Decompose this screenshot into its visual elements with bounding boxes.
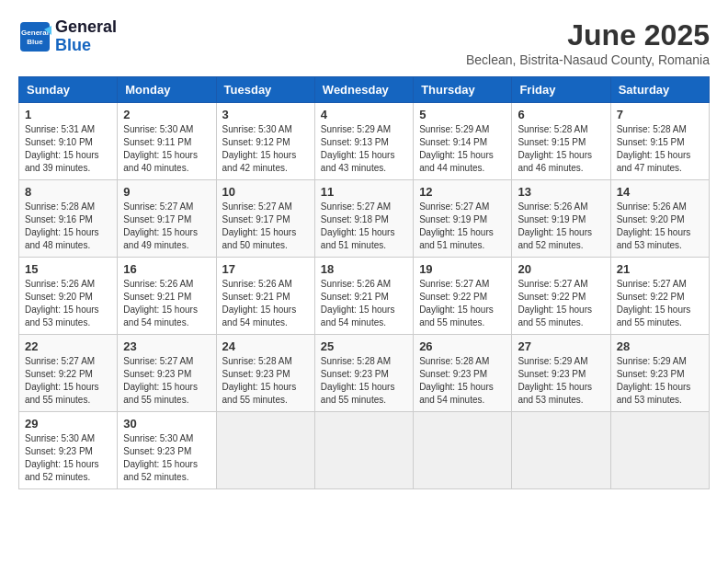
day-cell-17: 17Sunrise: 5:26 AMSunset: 9:21 PMDayligh… [216,258,314,335]
day-cell-24: 24Sunrise: 5:28 AMSunset: 9:23 PMDayligh… [216,335,314,412]
header-cell-wednesday: Wednesday [314,77,413,103]
day-cell-25: 25Sunrise: 5:28 AMSunset: 9:23 PMDayligh… [314,335,413,412]
day-cell-23: 23Sunrise: 5:27 AMSunset: 9:23 PMDayligh… [118,335,216,412]
day-cell-19: 19Sunrise: 5:27 AMSunset: 9:22 PMDayligh… [414,258,512,335]
empty-cell [610,412,709,489]
day-number: 24 [222,339,309,353]
day-number: 1 [25,108,111,121]
day-number: 5 [419,108,506,121]
day-number: 3 [222,108,309,121]
day-number: 23 [123,339,210,353]
day-info: Sunrise: 5:27 AMSunset: 9:18 PMDaylight:… [321,201,407,252]
day-number: 14 [617,185,703,199]
day-info: Sunrise: 5:27 AMSunset: 9:22 PMDaylight:… [617,278,703,329]
day-info: Sunrise: 5:30 AMSunset: 9:23 PMDaylight:… [25,432,111,484]
day-cell-12: 12Sunrise: 5:27 AMSunset: 9:19 PMDayligh… [414,180,512,258]
calendar-week-3: 22Sunrise: 5:27 AMSunset: 9:22 PMDayligh… [19,335,710,412]
empty-cell [314,412,413,489]
svg-text:General: General [21,29,49,37]
day-cell-3: 3Sunrise: 5:30 AMSunset: 9:12 PMDaylight… [216,103,314,180]
day-number: 29 [25,417,111,431]
logo-text: General Blue [55,18,117,55]
svg-text:Blue: Blue [27,38,43,46]
day-number: 21 [617,262,703,276]
header-cell-sunday: Sunday [19,77,118,103]
day-cell-28: 28Sunrise: 5:29 AMSunset: 9:23 PMDayligh… [610,335,709,412]
empty-cell [216,412,314,489]
day-number: 11 [321,185,407,199]
day-number: 25 [321,339,407,353]
day-cell-15: 15Sunrise: 5:26 AMSunset: 9:20 PMDayligh… [19,258,118,335]
day-info: Sunrise: 5:27 AMSunset: 9:17 PMDaylight:… [222,201,309,252]
day-info: Sunrise: 5:29 AMSunset: 9:14 PMDaylight:… [419,123,506,175]
day-info: Sunrise: 5:27 AMSunset: 9:19 PMDaylight:… [419,201,506,252]
day-cell-13: 13Sunrise: 5:26 AMSunset: 9:19 PMDayligh… [512,180,610,258]
day-number: 4 [321,108,407,121]
day-cell-16: 16Sunrise: 5:26 AMSunset: 9:21 PMDayligh… [118,258,216,335]
title-area: June 2025 Beclean, Bistrita-Nasaud Count… [466,18,710,67]
calendar-body: 1Sunrise: 5:31 AMSunset: 9:10 PMDaylight… [19,103,710,489]
day-cell-14: 14Sunrise: 5:26 AMSunset: 9:20 PMDayligh… [610,180,709,258]
day-info: Sunrise: 5:28 AMSunset: 9:23 PMDaylight:… [321,355,407,407]
day-info: Sunrise: 5:26 AMSunset: 9:20 PMDaylight:… [25,278,111,329]
day-info: Sunrise: 5:27 AMSunset: 9:22 PMDaylight:… [518,278,604,329]
calendar-table: SundayMondayTuesdayWednesdayThursdayFrid… [18,76,710,489]
day-info: Sunrise: 5:28 AMSunset: 9:15 PMDaylight:… [617,123,703,175]
day-cell-21: 21Sunrise: 5:27 AMSunset: 9:22 PMDayligh… [610,258,709,335]
day-cell-9: 9Sunrise: 5:27 AMSunset: 9:17 PMDaylight… [118,180,216,258]
header-cell-saturday: Saturday [610,77,709,103]
day-info: Sunrise: 5:27 AMSunset: 9:23 PMDaylight:… [123,355,210,407]
header-cell-thursday: Thursday [414,77,512,103]
day-cell-18: 18Sunrise: 5:26 AMSunset: 9:21 PMDayligh… [314,258,413,335]
day-info: Sunrise: 5:26 AMSunset: 9:21 PMDaylight:… [123,278,210,329]
day-cell-1: 1Sunrise: 5:31 AMSunset: 9:10 PMDaylight… [19,103,118,180]
day-number: 15 [25,262,111,276]
day-info: Sunrise: 5:29 AMSunset: 9:23 PMDaylight:… [617,355,703,407]
day-info: Sunrise: 5:26 AMSunset: 9:21 PMDaylight:… [222,278,309,329]
day-info: Sunrise: 5:28 AMSunset: 9:16 PMDaylight:… [25,201,111,252]
day-info: Sunrise: 5:26 AMSunset: 9:19 PMDaylight:… [518,201,604,252]
day-number: 20 [518,262,604,276]
day-cell-29: 29Sunrise: 5:30 AMSunset: 9:23 PMDayligh… [19,412,118,489]
day-cell-30: 30Sunrise: 5:30 AMSunset: 9:23 PMDayligh… [118,412,216,489]
calendar-week-4: 29Sunrise: 5:30 AMSunset: 9:23 PMDayligh… [19,412,710,489]
day-info: Sunrise: 5:26 AMSunset: 9:20 PMDaylight:… [617,201,703,252]
day-cell-6: 6Sunrise: 5:28 AMSunset: 9:15 PMDaylight… [512,103,610,180]
day-info: Sunrise: 5:27 AMSunset: 9:17 PMDaylight:… [123,201,210,252]
day-info: Sunrise: 5:26 AMSunset: 9:21 PMDaylight:… [321,278,407,329]
calendar-subtitle: Beclean, Bistrita-Nasaud County, Romania [466,52,710,67]
day-cell-7: 7Sunrise: 5:28 AMSunset: 9:15 PMDaylight… [610,103,709,180]
day-info: Sunrise: 5:31 AMSunset: 9:10 PMDaylight:… [25,123,111,175]
day-number: 26 [419,339,506,353]
day-number: 27 [518,339,604,353]
day-number: 7 [617,108,703,121]
day-info: Sunrise: 5:28 AMSunset: 9:23 PMDaylight:… [222,355,309,407]
empty-cell [512,412,610,489]
calendar-week-2: 15Sunrise: 5:26 AMSunset: 9:20 PMDayligh… [19,258,710,335]
day-cell-4: 4Sunrise: 5:29 AMSunset: 9:13 PMDaylight… [314,103,413,180]
day-info: Sunrise: 5:27 AMSunset: 9:22 PMDaylight:… [419,278,506,329]
logo-icon: General Blue [18,20,51,53]
day-cell-20: 20Sunrise: 5:27 AMSunset: 9:22 PMDayligh… [512,258,610,335]
day-number: 30 [123,417,210,431]
day-info: Sunrise: 5:29 AMSunset: 9:13 PMDaylight:… [321,123,407,175]
day-info: Sunrise: 5:28 AMSunset: 9:23 PMDaylight:… [419,355,506,407]
day-cell-27: 27Sunrise: 5:29 AMSunset: 9:23 PMDayligh… [512,335,610,412]
day-number: 12 [419,185,506,199]
day-info: Sunrise: 5:29 AMSunset: 9:23 PMDaylight:… [518,355,604,407]
day-number: 16 [123,262,210,276]
day-number: 22 [25,339,111,353]
day-number: 9 [123,185,210,199]
day-number: 6 [518,108,604,121]
calendar-title: June 2025 [466,18,710,52]
header-cell-tuesday: Tuesday [216,77,314,103]
day-cell-8: 8Sunrise: 5:28 AMSunset: 9:16 PMDaylight… [19,180,118,258]
day-number: 18 [321,262,407,276]
day-info: Sunrise: 5:30 AMSunset: 9:12 PMDaylight:… [222,123,309,175]
calendar-week-0: 1Sunrise: 5:31 AMSunset: 9:10 PMDaylight… [19,103,710,180]
day-info: Sunrise: 5:27 AMSunset: 9:22 PMDaylight:… [25,355,111,407]
day-cell-5: 5Sunrise: 5:29 AMSunset: 9:14 PMDaylight… [414,103,512,180]
day-cell-2: 2Sunrise: 5:30 AMSunset: 9:11 PMDaylight… [118,103,216,180]
day-info: Sunrise: 5:30 AMSunset: 9:11 PMDaylight:… [123,123,210,175]
header-cell-friday: Friday [512,77,610,103]
